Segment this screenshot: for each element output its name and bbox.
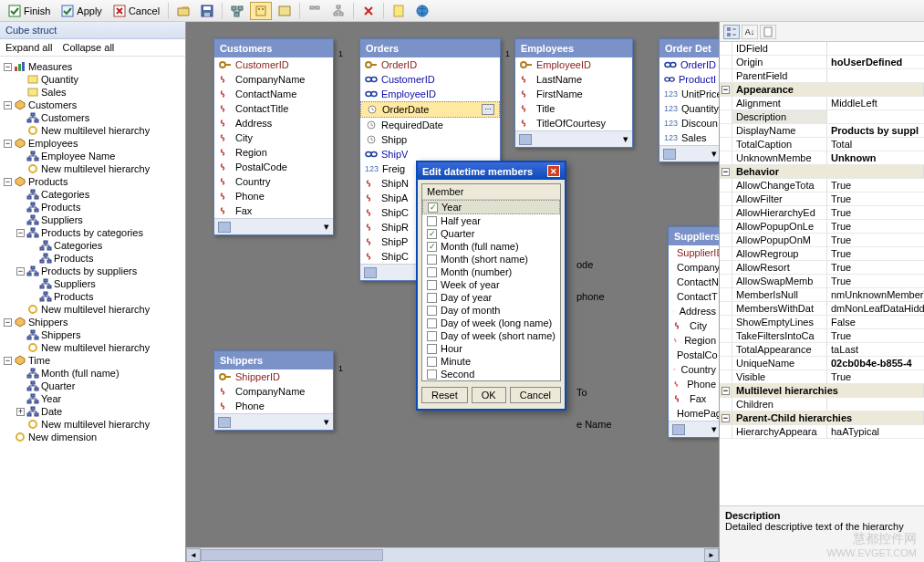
property-row[interactable]: AllowHierarchyEdTrue (720, 206, 924, 220)
entity-shippers[interactable]: ShippersShipperIDCompanyNamePhone▾ (213, 350, 334, 431)
property-row[interactable]: ParentField (720, 69, 924, 83)
checkbox-icon[interactable]: ✓ (427, 242, 437, 252)
entity-field[interactable]: ShipperID (214, 369, 333, 384)
property-row[interactable]: MemberIsNullnmUnknownMemberV (720, 288, 924, 302)
entity-field[interactable]: SupplierID (669, 245, 720, 260)
entity-header[interactable]: Orders (360, 39, 500, 57)
checkbox-icon[interactable] (427, 369, 437, 380)
checkbox-icon[interactable]: ✓ (427, 229, 437, 239)
property-row[interactable]: AlignmentMiddleLeft (720, 97, 924, 110)
member-item[interactable]: Day of week (short name) (422, 329, 560, 342)
member-item[interactable]: ✓Quarter (422, 227, 560, 240)
tree-node[interactable]: Employee Name (16, 150, 182, 162)
property-row[interactable]: AllowPopupOnMTrue (720, 234, 924, 247)
entity-field[interactable]: ContactN (669, 275, 720, 289)
entity-field[interactable]: Fax (669, 391, 720, 406)
entity-field[interactable]: Address (214, 116, 333, 130)
checkbox-icon[interactable] (427, 357, 437, 367)
entity-field[interactable]: LastName (515, 72, 632, 87)
tree-node[interactable]: Quarter (16, 380, 182, 392)
property-category[interactable]: −Appearance (720, 83, 924, 97)
categorized-icon[interactable] (723, 25, 740, 39)
member-item[interactable]: Hour (422, 342, 560, 355)
checkbox-icon[interactable] (427, 267, 437, 277)
entity-field[interactable]: EmployeeID (360, 87, 500, 101)
member-item[interactable]: Month (short name) (422, 253, 560, 265)
tree-node[interactable]: Suppliers (16, 213, 182, 226)
checkbox-icon[interactable] (427, 331, 437, 341)
entity-field[interactable]: Fax (214, 203, 333, 218)
reset-button[interactable]: Reset (421, 387, 468, 403)
member-item[interactable]: ✓Year (422, 200, 560, 214)
tree-node[interactable]: Products (29, 290, 182, 303)
property-category[interactable]: −Behavior (720, 165, 924, 179)
tree-node[interactable]: −Products by categories (16, 226, 182, 239)
entity-field[interactable]: HomePag (669, 406, 720, 421)
entity-field[interactable]: Company (669, 260, 720, 275)
entity-footer[interactable]: ▾ (214, 218, 333, 234)
entity-header[interactable]: Customers (214, 39, 333, 57)
entity-field[interactable]: OrderID (659, 57, 720, 72)
member-item[interactable]: ✓Month (full name) (422, 240, 560, 253)
property-row[interactable]: MembersWithDatdmNonLeafDataHidd (720, 302, 924, 316)
checkbox-icon[interactable] (427, 344, 437, 354)
member-item[interactable]: Week of year (422, 278, 560, 291)
entity-field[interactable]: OrderID (360, 57, 500, 72)
tree-node[interactable]: Year (16, 392, 182, 405)
expand-all-link[interactable]: Expand all (5, 42, 52, 53)
entity-field[interactable]: Country (214, 174, 333, 189)
ok-button[interactable]: OK (472, 387, 506, 403)
save-icon[interactable] (196, 2, 218, 20)
member-item[interactable]: Second (422, 368, 560, 380)
tree-node[interactable]: Month (full name) (16, 367, 182, 380)
entity-order-details[interactable]: Order DetOrderIDProductI123UnitPrice123Q… (659, 38, 720, 162)
entity-header[interactable]: Order Det (659, 39, 720, 57)
tree-node[interactable]: Products (16, 201, 182, 213)
tree-node[interactable]: Customers (16, 111, 182, 124)
property-row[interactable]: AllowPopupOnLeTrue (720, 220, 924, 234)
property-category[interactable]: −Parent-Child hierarchies (720, 411, 924, 425)
dialog-close-button[interactable]: ✕ (547, 165, 560, 177)
entity-header[interactable]: Shippers (214, 351, 333, 369)
tree-node[interactable]: New multilevel hierarchy (16, 341, 182, 354)
entity-employees[interactable]: EmployeesEmployeeIDLastNameFirstNameTitl… (514, 38, 633, 148)
tool-icon-3[interactable] (274, 2, 296, 20)
entity-field[interactable]: Phone (214, 399, 333, 413)
tree-node[interactable]: New multilevel hierarchy (16, 303, 182, 316)
tree-node[interactable]: −Products (4, 175, 182, 188)
entity-field[interactable]: 123Discoun (659, 116, 720, 130)
tree-node[interactable]: Shippers (16, 328, 182, 341)
delete-icon[interactable] (358, 2, 379, 20)
entity-field[interactable]: OrderDate⋯ (360, 101, 500, 118)
property-grid[interactable]: IDFieldOriginhoUserDefinedParentField−Ap… (720, 42, 924, 505)
entity-field[interactable]: ContactTitle (214, 101, 333, 116)
property-row[interactable]: VisibleTrue (720, 370, 924, 384)
member-item[interactable]: Half year (422, 214, 560, 227)
entity-field[interactable]: Shipp (360, 132, 500, 147)
checkbox-icon[interactable] (427, 293, 437, 303)
entity-field[interactable]: TitleOfCourtesy (515, 116, 632, 130)
entity-footer[interactable]: ▾ (659, 145, 720, 161)
entity-field[interactable]: Region (214, 145, 333, 160)
cube-tree[interactable]: −MeasuresQuantitySales−CustomersCustomer… (0, 57, 185, 562)
entity-field[interactable]: ShipV (360, 147, 500, 161)
tree-node[interactable]: −Products by suppliers (16, 265, 182, 277)
finish-button[interactable]: Finish (4, 2, 55, 20)
property-row[interactable]: AllowRegroupTrue (720, 247, 924, 261)
entity-field[interactable]: PostalCo (669, 348, 720, 362)
tree-node[interactable]: −Measures (4, 60, 182, 73)
entity-field[interactable]: 123Quantity (659, 101, 720, 116)
scroll-right-button[interactable]: ► (704, 548, 719, 562)
horizontal-scrollbar[interactable]: ◄ ► (186, 547, 719, 562)
entity-field[interactable]: ContactT (669, 289, 720, 304)
globe-icon[interactable] (411, 2, 433, 20)
entity-customers[interactable]: CustomersCustomerIDCompanyNameContactNam… (213, 38, 334, 235)
entity-suppliers[interactable]: SuppliersSupplierIDCompanyContactNContac… (668, 226, 720, 438)
entity-field[interactable]: Phone (669, 377, 720, 391)
tree-node[interactable]: −Employees (4, 137, 182, 150)
tree-node[interactable]: Categories (16, 188, 182, 201)
entity-field[interactable]: PostalCode (214, 160, 333, 174)
open-icon[interactable] (172, 2, 194, 20)
entity-field[interactable]: City (669, 318, 720, 333)
property-row[interactable]: AllowResortTrue (720, 261, 924, 275)
